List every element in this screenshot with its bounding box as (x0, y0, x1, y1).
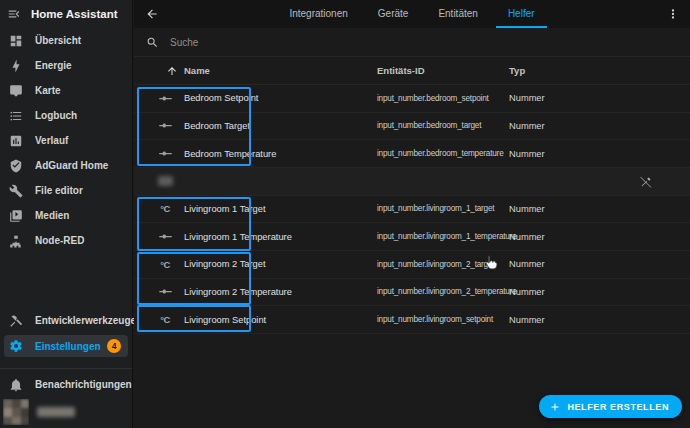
create-helper-button[interactable]: HELFER ERSTELLEN (539, 395, 682, 418)
table-body: Bedroom Setpoint input_number.bedroom_se… (134, 85, 690, 334)
pencil-off-icon (639, 175, 652, 193)
sidebar-spacer (0, 253, 132, 308)
chart-box-icon (8, 133, 24, 149)
view-dashboard-icon (8, 33, 24, 49)
sidebar-item-file-editor[interactable]: File editor (0, 178, 132, 203)
tab-bar: Integrationen Geräte Entitäten Helfer (134, 0, 690, 28)
column-header-type[interactable]: Typ (509, 65, 690, 76)
ray-vertex-icon (146, 91, 184, 106)
redacted-icon (146, 176, 184, 186)
table-row[interactable]: Livingroom 2 Temperature input_number.li… (134, 279, 690, 307)
sidebar-item-karte[interactable]: Karte (0, 78, 132, 103)
temperature-celsius-icon: °C (146, 259, 184, 270)
table-row-redacted[interactable] (134, 168, 690, 196)
play-box-multiple-icon (8, 208, 24, 224)
avatar (3, 399, 29, 425)
menu-open-icon[interactable] (6, 6, 22, 22)
profile-name-redacted (37, 407, 75, 417)
sidebar-item-uebersicht[interactable]: Übersicht (0, 28, 132, 53)
column-header-name[interactable]: Name (184, 65, 377, 76)
shield-check-icon (8, 158, 24, 174)
ray-vertex-icon (146, 118, 184, 133)
ray-vertex-icon (146, 146, 184, 161)
sidebar-item-energie[interactable]: Energie (0, 53, 132, 78)
sidebar-item-verlauf[interactable]: Verlauf (0, 128, 132, 153)
sidebar-item-node-red[interactable]: Node-RED (0, 228, 132, 253)
sort-ascending-icon[interactable] (146, 65, 184, 77)
sidebar-item-einstellungen[interactable]: Einstellungen 4 (4, 335, 128, 357)
sidebar-divider (0, 368, 132, 369)
table-row[interactable]: Bedroom Setpoint input_number.bedroom_se… (134, 85, 690, 113)
tab-geraete[interactable]: Geräte (366, 0, 421, 28)
tab-helfer[interactable]: Helfer (496, 0, 547, 28)
search-input[interactable] (168, 36, 568, 49)
app-title: Home Assistant (31, 8, 118, 20)
sidebar-header: Home Assistant (0, 0, 132, 28)
topbar: Integrationen Geräte Entitäten Helfer (134, 0, 690, 28)
cog-icon (8, 338, 24, 354)
table-header: Name Entitäts-ID Typ (134, 57, 690, 85)
table-row[interactable]: Bedroom Target input_number.bedroom_targ… (134, 113, 690, 141)
home-assistant-window: Home Assistant Übersicht Energie Karte L… (0, 0, 690, 428)
tab-entitaeten[interactable]: Entitäten (426, 0, 489, 28)
overflow-menu-icon[interactable] (666, 7, 680, 21)
tab-integrationen[interactable]: Integrationen (277, 0, 359, 28)
sidebar-item-entwicklerwerkzeuge[interactable]: Entwicklerwerkzeuge (0, 308, 132, 333)
search-icon (146, 36, 159, 49)
wrench-icon (8, 183, 24, 199)
ray-vertex-icon (146, 229, 184, 244)
ray-vertex-icon (146, 284, 184, 299)
bell-icon (8, 377, 24, 393)
plus-icon (549, 401, 561, 413)
format-list-bulleted-icon (8, 108, 24, 124)
table-row[interactable]: °C Livingroom 2 Target input_number.livi… (134, 251, 690, 279)
sidebar-item-benachrichtigungen[interactable]: Benachrichtigungen (0, 372, 132, 397)
main-area: Integrationen Geräte Entitäten Helfer Na… (134, 0, 690, 428)
sidebar: Home Assistant Übersicht Energie Karte L… (0, 0, 133, 428)
sidebar-item-adguard-home[interactable]: AdGuard Home (0, 153, 132, 178)
temperature-celsius-icon: °C (146, 314, 184, 325)
lightning-bolt-icon (8, 58, 24, 74)
table-row[interactable]: Livingroom 1 Temperature input_number.li… (134, 223, 690, 251)
sitemap-icon (8, 233, 24, 249)
sidebar-profile[interactable] (0, 397, 132, 427)
sidebar-item-medien[interactable]: Medien (0, 203, 132, 228)
temperature-celsius-icon: °C (146, 203, 184, 214)
sidebar-item-logbuch[interactable]: Logbuch (0, 103, 132, 128)
search-bar (134, 28, 690, 57)
column-header-entity-id[interactable]: Entitäts-ID (377, 65, 509, 76)
table-row[interactable]: °C Livingroom 1 Target input_number.livi… (134, 196, 690, 224)
hammer-icon (8, 313, 24, 329)
settings-badge: 4 (107, 339, 121, 353)
table-row[interactable]: Bedroom Temperature input_number.bedroom… (134, 140, 690, 168)
tooltip-account-icon (8, 83, 24, 99)
table-row[interactable]: °C Livingroom Setpoint input_number.livi… (134, 306, 690, 334)
